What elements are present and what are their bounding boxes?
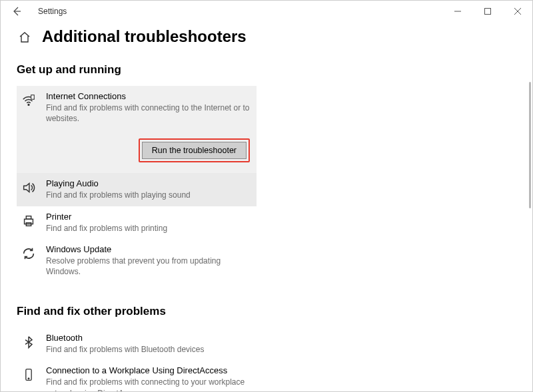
- troubleshooter-title: Printer: [46, 212, 253, 222]
- troubleshooter-bluetooth[interactable]: Bluetooth Find and fix problems with Blu…: [17, 327, 257, 360]
- troubleshooter-internet-connections[interactable]: Internet Connections Find and fix proble…: [17, 86, 257, 173]
- titlebar: Settings: [1, 1, 532, 22]
- svg-rect-2: [31, 95, 35, 99]
- phone-icon: [21, 367, 37, 383]
- troubleshooter-desc: Find and fix problems with playing sound: [46, 190, 253, 200]
- run-button-highlight: Run the troubleshooter: [139, 138, 250, 162]
- troubleshooter-desc: Find and fix problems with Bluetooth dev…: [46, 344, 253, 355]
- svg-rect-3: [25, 219, 33, 224]
- troubleshooter-printer[interactable]: Printer Find and fix problems with print…: [17, 206, 257, 239]
- back-arrow-icon: [11, 6, 22, 17]
- troubleshooter-desc: Find and fix problems with printing: [46, 223, 253, 234]
- close-button[interactable]: [502, 1, 532, 22]
- troubleshooter-playing-audio[interactable]: Playing Audio Find and fix problems with…: [17, 173, 257, 206]
- window-title: Settings: [38, 7, 67, 16]
- troubleshooter-title: Windows Update: [46, 244, 253, 254]
- maximize-button[interactable]: [472, 1, 502, 22]
- window-controls: [442, 1, 532, 22]
- wifi-icon: [21, 93, 37, 108]
- page-header: Additional troubleshooters: [17, 27, 516, 46]
- section-title-other: Find and fix other problems: [17, 305, 516, 318]
- maximize-icon: [484, 8, 491, 15]
- troubleshooter-list-other: Bluetooth Find and fix problems with Blu…: [17, 327, 257, 391]
- close-icon: [514, 8, 521, 15]
- troubleshooter-desc: Find and fix problems with connecting to…: [46, 377, 253, 391]
- printer-icon: [21, 213, 37, 229]
- troubleshooter-title: Connection to a Workplace Using DirectAc…: [46, 365, 253, 375]
- scrollbar[interactable]: [529, 82, 531, 208]
- refresh-icon: [21, 246, 37, 262]
- page-title: Additional troubleshooters: [42, 27, 247, 46]
- run-troubleshooter-button[interactable]: Run the troubleshooter: [142, 142, 247, 159]
- troubleshooter-desc: Resolve problems that prevent you from u…: [46, 256, 253, 277]
- troubleshooter-title: Bluetooth: [46, 333, 253, 343]
- back-button[interactable]: [9, 3, 25, 19]
- speaker-icon: [21, 180, 37, 196]
- minimize-icon: [454, 8, 461, 15]
- svg-rect-0: [484, 9, 490, 15]
- minimize-button[interactable]: [442, 1, 472, 22]
- troubleshooter-title: Internet Connections: [46, 91, 253, 101]
- section-title-getup: Get up and running: [17, 63, 516, 77]
- svg-rect-4: [26, 216, 31, 219]
- troubleshooter-windows-update[interactable]: Windows Update Resolve problems that pre…: [17, 239, 257, 282]
- bluetooth-icon: [21, 334, 37, 350]
- troubleshooter-desc: Find and fix problems with connecting to…: [46, 102, 253, 124]
- svg-point-1: [28, 104, 29, 106]
- svg-point-7: [28, 378, 29, 379]
- home-icon[interactable]: [17, 29, 33, 45]
- troubleshooter-title: Playing Audio: [46, 178, 253, 188]
- content-area: Additional troubleshooters Get up and ru…: [1, 22, 532, 391]
- troubleshooter-list-getup: Internet Connections Find and fix proble…: [17, 86, 257, 282]
- troubleshooter-directaccess[interactable]: Connection to a Workplace Using DirectAc…: [17, 360, 257, 391]
